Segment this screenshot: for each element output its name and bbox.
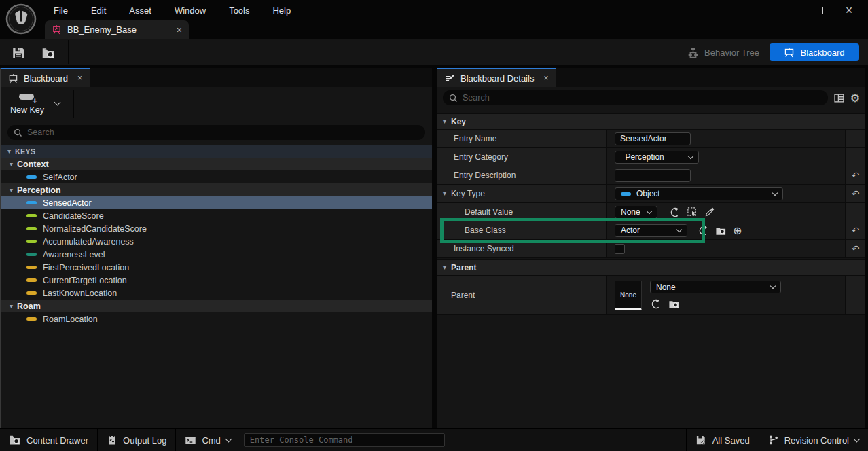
use-selected-asset-button[interactable] bbox=[669, 206, 681, 218]
collapse-triangle-icon[interactable]: ▾ bbox=[10, 303, 13, 310]
browse-to-asset-button[interactable] bbox=[668, 298, 680, 310]
key-row[interactable]: NormalizedCandidateScore bbox=[1, 222, 432, 235]
collapse-triangle-icon[interactable]: ▾ bbox=[443, 118, 446, 125]
category-label: Roam bbox=[17, 302, 41, 311]
key-row[interactable]: LastKnownLocation bbox=[1, 287, 432, 300]
chevron-down-icon bbox=[688, 153, 693, 158]
content-drawer-button[interactable]: Content Drawer bbox=[0, 429, 97, 451]
terminal-icon bbox=[185, 435, 196, 446]
pick-object-button[interactable] bbox=[687, 206, 698, 218]
chevron-down-icon bbox=[676, 226, 682, 232]
revert-icon[interactable]: ↶ bbox=[852, 188, 860, 199]
collapse-triangle-icon[interactable]: ▾ bbox=[10, 161, 13, 168]
eyedropper-icon bbox=[704, 206, 715, 217]
details-search-input[interactable] bbox=[463, 93, 822, 103]
revert-icon[interactable]: ↶ bbox=[852, 170, 860, 181]
collapse-triangle-icon[interactable]: ▾ bbox=[7, 148, 11, 155]
keys-search-input[interactable] bbox=[27, 128, 419, 137]
menu-asset[interactable]: Asset bbox=[117, 5, 163, 16]
collapse-triangle-icon[interactable]: ▾ bbox=[443, 190, 446, 197]
add-class-button[interactable]: ⊕ bbox=[733, 224, 742, 237]
key-label: FirstPerceivedLocation bbox=[43, 263, 129, 272]
entry-description-field[interactable] bbox=[615, 169, 691, 182]
view-options-button[interactable] bbox=[834, 93, 844, 103]
collapse-triangle-icon[interactable]: ▾ bbox=[10, 187, 13, 194]
new-key-button[interactable]: + New Key bbox=[10, 94, 44, 115]
key-row[interactable]: RoamLocation bbox=[1, 312, 432, 325]
details-tab-strip: Blackboard Details × bbox=[437, 68, 865, 87]
save-button[interactable] bbox=[10, 44, 27, 62]
cmd-dropdown[interactable]: Cmd bbox=[176, 429, 239, 451]
close-details-tab-icon[interactable]: × bbox=[543, 74, 548, 82]
key-row[interactable]: SelfActor bbox=[1, 170, 432, 183]
use-selected-asset-button[interactable] bbox=[650, 298, 662, 310]
key-label: SelfActor bbox=[43, 173, 77, 182]
menu-help[interactable]: Help bbox=[261, 5, 302, 16]
browse-to-asset-button[interactable] bbox=[39, 44, 57, 62]
category-row[interactable]: ▾Roam bbox=[1, 300, 432, 312]
browse-to-class-button[interactable] bbox=[715, 225, 727, 236]
key-row[interactable]: CandidateScore bbox=[1, 209, 432, 222]
key-row[interactable]: FirstPerceivedLocation bbox=[1, 261, 432, 274]
search-icon bbox=[14, 128, 22, 137]
menu-edit[interactable]: Edit bbox=[79, 5, 117, 16]
details-search[interactable] bbox=[443, 90, 828, 105]
close-blackboard-tab-icon[interactable]: × bbox=[77, 74, 82, 82]
eyedropper-button[interactable] bbox=[704, 206, 715, 217]
instance-synced-checkbox[interactable] bbox=[615, 244, 625, 254]
category-row[interactable]: ▾Context bbox=[1, 158, 432, 170]
blackboard-details-tab[interactable]: Blackboard Details × bbox=[437, 68, 556, 87]
entry-name-field[interactable]: SensedActor bbox=[615, 132, 691, 145]
settings-gear-icon[interactable]: ⚙ bbox=[850, 92, 860, 105]
search-icon bbox=[449, 94, 458, 103]
asset-tab[interactable]: BB_Enemy_Base × bbox=[45, 20, 189, 39]
keys-header[interactable]: ▾ KEYS bbox=[1, 145, 432, 158]
entry-category-value: Perception bbox=[625, 152, 664, 162]
category-row[interactable]: ▾Perception bbox=[1, 183, 432, 196]
output-log-button[interactable]: Output Log bbox=[98, 429, 175, 451]
revert-icon[interactable]: ↶ bbox=[852, 243, 860, 254]
instance-synced-label: Instance Synced bbox=[454, 244, 514, 253]
close-asset-tab-icon[interactable]: × bbox=[177, 25, 182, 35]
close-window-button[interactable]: × bbox=[834, 0, 864, 20]
parent-section-header[interactable]: ▾ Parent bbox=[437, 259, 865, 276]
parent-asset-thumbnail[interactable]: None bbox=[615, 281, 642, 310]
entry-category-dropdown[interactable]: Perception bbox=[615, 151, 699, 164]
key-type-dropdown[interactable]: Object bbox=[615, 187, 783, 200]
console-command-input[interactable] bbox=[250, 435, 439, 445]
new-key-chevron-down-icon[interactable] bbox=[54, 98, 61, 105]
menu-file[interactable]: File bbox=[42, 5, 79, 16]
key-row[interactable]: SensedActor bbox=[1, 196, 432, 209]
keys-search[interactable] bbox=[7, 125, 425, 140]
menu-tools[interactable]: Tools bbox=[217, 5, 261, 16]
minimize-button[interactable]: – bbox=[774, 0, 804, 20]
unreal-engine-logo[interactable] bbox=[5, 3, 37, 35]
revision-control-button[interactable]: Revision Control bbox=[759, 429, 868, 451]
use-selected-asset-button[interactable] bbox=[698, 225, 709, 236]
key-row[interactable]: AccumulatedAwareness bbox=[1, 235, 432, 248]
base-class-dropdown[interactable]: Actor bbox=[615, 224, 687, 237]
blackboard-button[interactable]: Blackboard bbox=[770, 43, 859, 61]
blackboard-tab[interactable]: Blackboard × bbox=[1, 68, 90, 87]
key-label: NormalizedCandidateScore bbox=[43, 224, 147, 234]
collapse-triangle-icon[interactable]: ▾ bbox=[443, 264, 446, 271]
console-command-box[interactable] bbox=[244, 433, 445, 447]
maximize-button[interactable] bbox=[804, 0, 834, 20]
titlebar: File Edit Asset Window Tools Help – × bbox=[0, 0, 868, 20]
new-key-label: New Key bbox=[10, 105, 44, 115]
use-selected-icon bbox=[698, 225, 709, 236]
key-label: LastKnownLocation bbox=[43, 289, 117, 298]
revert-icon[interactable]: ↶ bbox=[852, 225, 860, 236]
key-section-header[interactable]: ▾ Key bbox=[437, 113, 865, 130]
menu-window[interactable]: Window bbox=[163, 5, 217, 16]
chevron-down-icon bbox=[770, 283, 776, 289]
key-row[interactable]: CurrentTargetLocation bbox=[1, 274, 432, 287]
parent-dropdown[interactable]: None bbox=[650, 281, 781, 293]
blackboard-tab-label: Blackboard bbox=[24, 73, 68, 84]
menu-bar: File Edit Asset Window Tools Help bbox=[42, 0, 302, 20]
default-value-dropdown[interactable]: None bbox=[615, 206, 657, 219]
behavior-tree-button[interactable]: Behavior Tree bbox=[687, 44, 759, 61]
all-saved-status[interactable]: All Saved bbox=[687, 429, 759, 451]
key-row[interactable]: AwarenessLevel bbox=[1, 248, 432, 261]
keys-tree: ▾ContextSelfActor▾PerceptionSensedActorC… bbox=[1, 158, 432, 325]
